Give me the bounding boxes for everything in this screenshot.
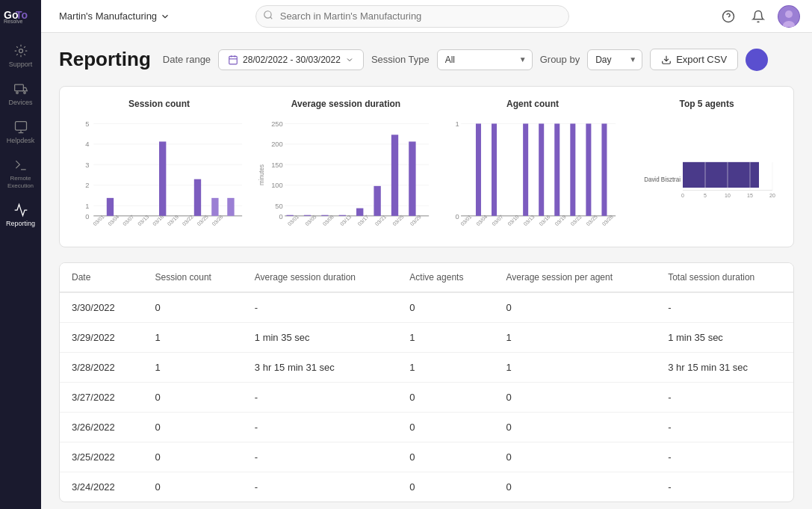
table-row: 3/30/20220-00-: [60, 292, 793, 323]
cell-total_duration: -: [656, 442, 793, 472]
cell-avg_per_agent: 1: [495, 353, 657, 383]
help-icon[interactable]: [718, 6, 739, 27]
svg-text:5: 5: [85, 120, 89, 128]
svg-point-14: [785, 10, 793, 18]
session-type-select[interactable]: All Remote Support Unattended: [437, 49, 533, 70]
table-row: 3/25/20220-00-: [60, 442, 793, 472]
svg-rect-67: [409, 141, 415, 215]
svg-text:3: 3: [85, 161, 89, 169]
date-range-value: 28/02/2022 - 30/03/2022: [243, 55, 341, 65]
search-input[interactable]: [255, 5, 569, 28]
cell-session_count: 1: [143, 323, 243, 353]
cell-date: 3/26/2022: [60, 413, 143, 442]
svg-rect-60: [286, 215, 293, 216]
org-selector[interactable]: Martin's Manufacturing: [53, 7, 176, 25]
svg-rect-83: [539, 123, 544, 215]
svg-text:20: 20: [769, 191, 775, 199]
download-icon: [661, 55, 672, 65]
cell-avg_duration: -: [243, 413, 398, 442]
svg-text:0: 0: [681, 191, 684, 199]
cell-avg_per_agent: 0: [495, 472, 657, 502]
top5-agents-chart: Top 5 agents David Bisztrai 0 5 10 15: [632, 99, 781, 235]
notifications-icon[interactable]: [748, 6, 769, 27]
svg-rect-16: [229, 56, 238, 64]
svg-rect-80: [476, 123, 481, 215]
avg-duration-title: Average session duration: [258, 99, 433, 109]
cell-active_agents: 0: [397, 442, 494, 472]
page-header: Reporting Date range 28/02/2022 - 30/03/…: [59, 48, 794, 71]
svg-text:0: 0: [279, 214, 283, 221]
svg-text:10: 10: [725, 191, 731, 199]
date-range-button[interactable]: 28/02/2022 - 30/03/2022: [218, 49, 364, 70]
session-count-chart-wrap: 5 4 3 2 1 0: [72, 115, 247, 235]
export-csv-label: Export CSV: [676, 54, 727, 65]
svg-point-6: [23, 92, 25, 94]
group-by-select[interactable]: Day Week Month: [587, 49, 642, 70]
svg-line-10: [270, 16, 272, 19]
sidebar-item-helpdesk[interactable]: Helpdesk: [0, 112, 41, 150]
svg-rect-84: [554, 123, 560, 215]
sidebar-item-remote-execution[interactable]: Remote Execution: [0, 150, 41, 195]
org-name: Martin's Manufacturing: [59, 10, 157, 22]
cell-avg_per_agent: 0: [495, 413, 657, 442]
col-avg-per-agent: Average session per agent: [495, 263, 657, 292]
sidebar-item-reporting[interactable]: Reporting: [0, 195, 41, 233]
svg-text:1: 1: [456, 120, 459, 128]
svg-rect-62: [321, 215, 328, 216]
svg-text:4: 4: [85, 141, 89, 148]
cell-avg_duration: 1 min 35 sec: [243, 323, 398, 353]
cell-avg_duration: -: [243, 292, 398, 323]
data-table: Date Session count Average session durat…: [60, 263, 793, 502]
svg-rect-63: [339, 215, 346, 216]
svg-text:250: 250: [271, 120, 283, 128]
top5-svg: David Bisztrai 0 5 10 15 20: [632, 115, 781, 235]
charts-row: Session count 5 4 3 2: [59, 86, 794, 247]
agent-count-svg: 1 0: [445, 115, 620, 235]
filter-user-avatar[interactable]: [746, 49, 768, 71]
cell-total_duration: -: [656, 292, 793, 323]
svg-rect-82: [523, 123, 528, 215]
svg-text:0: 0: [85, 214, 89, 221]
svg-text:15: 15: [747, 191, 753, 199]
cell-total_duration: -: [656, 413, 793, 442]
logo[interactable]: Go To Resolve: [0, 0, 41, 30]
svg-rect-65: [374, 186, 380, 216]
agent-count-chart: Agent count 1 0: [445, 99, 620, 235]
session-type-label: Session Type: [371, 54, 430, 65]
group-by-wrapper: Day Week Month ▼: [587, 49, 642, 70]
sidebar: Go To Resolve Support Devices: [0, 0, 41, 509]
user-avatar[interactable]: [778, 5, 800, 28]
svg-rect-33: [107, 198, 114, 216]
cell-session_count: 0: [143, 442, 243, 472]
cell-date: 3/30/2022: [60, 292, 143, 323]
calendar-icon: [228, 55, 238, 65]
sidebar-item-devices-label: Devices: [8, 99, 32, 106]
cell-active_agents: 1: [397, 353, 494, 383]
export-csv-button[interactable]: Export CSV: [650, 49, 738, 70]
session-type-wrapper: All Remote Support Unattended ▼: [437, 49, 533, 70]
data-table-container: Date Session count Average session durat…: [59, 262, 794, 502]
cell-avg_per_agent: 0: [495, 442, 657, 472]
sidebar-item-support[interactable]: Support: [0, 36, 41, 74]
svg-text:150: 150: [271, 161, 283, 169]
sidebar-nav: Support Devices Helpdesk: [0, 36, 41, 233]
svg-rect-98: [683, 162, 759, 188]
cell-avg_duration: 3 hr 15 min 31 sec: [243, 353, 398, 383]
svg-text:100: 100: [271, 182, 283, 189]
svg-point-5: [16, 92, 18, 94]
table-header: Date Session count Average session durat…: [60, 263, 793, 292]
svg-rect-87: [601, 123, 607, 215]
svg-text:2: 2: [85, 182, 89, 189]
cell-avg_per_agent: 1: [495, 323, 657, 353]
cell-active_agents: 1: [397, 323, 494, 353]
cell-total_duration: 3 hr 15 min 31 sec: [656, 353, 793, 383]
svg-text:1: 1: [85, 203, 89, 210]
cell-total_duration: -: [656, 472, 793, 502]
sidebar-item-support-label: Support: [9, 61, 33, 68]
date-range-label: Date range: [163, 54, 211, 65]
topbar: Martin's Manufacturing: [41, 0, 812, 33]
col-date: Date: [60, 263, 143, 292]
chevron-down-icon: [345, 55, 354, 64]
session-count-svg: 5 4 3 2 1 0: [72, 115, 247, 235]
sidebar-item-devices[interactable]: Devices: [0, 74, 41, 112]
